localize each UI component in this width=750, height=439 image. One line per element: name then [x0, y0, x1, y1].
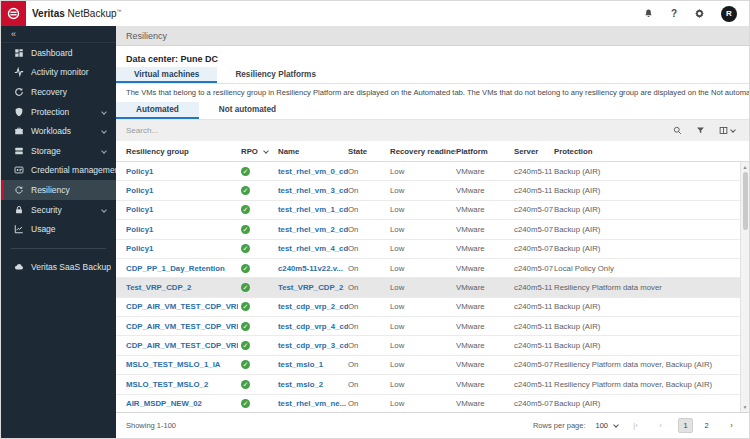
vm-name-link[interactable]: c240m5-11v22.v...: [278, 264, 348, 273]
platform-cell: VMware: [456, 399, 514, 408]
vm-name-link[interactable]: Test_VRP_CDP_2: [278, 283, 348, 292]
resiliency-group-link[interactable]: MSLO_TEST_MSLO_2: [116, 380, 238, 389]
vm-name-link[interactable]: test_rhel_vm_ne...: [278, 399, 348, 408]
table-row[interactable]: CDP_AIR_VM_TEST_CDP_VRP_2_CD ✓ test_cdp_…: [116, 298, 740, 317]
settings-gear-icon[interactable]: [693, 8, 705, 20]
table-row[interactable]: MSLO_TEST_MSLO_2 ✓ test_mslo_2 On Low VM…: [116, 375, 740, 394]
protection-cell: Resiliency Platform data mover, Backup (…: [554, 380, 740, 389]
rows-per-page-select[interactable]: 100: [595, 421, 618, 430]
server-cell: c240m5-07: [514, 205, 554, 214]
table-body: Policy1 ✓ test_rhel_vm_0_cd On Low VMwar…: [116, 162, 749, 412]
sidebar-item-resiliency[interactable]: Resiliency: [1, 180, 116, 200]
rpo-cell: ✓: [238, 186, 278, 195]
table-row[interactable]: Policy1 ✓ test_rhel_vm_3_cd On Low VMwar…: [116, 181, 740, 200]
resiliency-group-link[interactable]: AIR_MSDP_NEW_02: [116, 399, 238, 408]
table-row[interactable]: Test_VRP_CDP_2 ✓ Test_VRP_CDP_2 On Low V…: [116, 278, 740, 297]
vm-name-link[interactable]: test_mslo_2: [278, 380, 348, 389]
column-header-server: Server: [514, 147, 554, 156]
vm-name-link[interactable]: test_cdp_vrp_4_cd: [278, 322, 348, 331]
server-cell: c240m5-07: [514, 360, 554, 369]
vm-name-link[interactable]: test_rhel_vm_3_cd: [278, 186, 348, 195]
resiliency-group-link[interactable]: CDP_AIR_VM_TEST_CDP_VRP_4_CD: [116, 322, 238, 331]
resiliency-group-link[interactable]: Policy1: [116, 205, 238, 214]
table-row[interactable]: MSLO_TEST_MSLO_1_IA ✓ test_mslo_1 On Low…: [116, 356, 740, 375]
state-cell: On: [348, 264, 390, 273]
resiliency-icon: [13, 184, 24, 195]
vm-name-link[interactable]: test_rhel_vm_0_cd: [278, 167, 348, 176]
sidebar-item-veritas-saas-backup[interactable]: Veritas SaaS Backup: [1, 257, 116, 277]
table-row[interactable]: Policy1 ✓ test_rhel_vm_0_cd On Low VMwar…: [116, 162, 740, 181]
resiliency-group-link[interactable]: CDP_AIR_VM_TEST_CDP_VRP_3_CD: [116, 341, 238, 350]
table-row[interactable]: Policy1 ✓ test_rhel_vm_4_cd On Low VMwar…: [116, 240, 740, 259]
rpo-cell: ✓: [238, 380, 278, 389]
table-row[interactable]: CDP_AIR_VM_TEST_CDP_VRP_3_CD ✓ test_cdp_…: [116, 336, 740, 355]
table-row[interactable]: AIR_MSDP_NEW_02 ✓ test_rhel_vm_ne... On …: [116, 395, 740, 413]
chevron-down-icon: [101, 207, 107, 213]
vm-name-link[interactable]: test_rhel_vm_2_cd: [278, 225, 348, 234]
user-avatar[interactable]: R: [721, 6, 737, 22]
subtab-bar: AutomatedNot automated: [116, 101, 749, 120]
sidebar-item-activity-monitor[interactable]: Activity monitor: [1, 63, 116, 83]
rows-per-page-label: Rows per page:: [533, 421, 586, 430]
resiliency-group-link[interactable]: Policy1: [116, 244, 238, 253]
table-row[interactable]: Policy1 ✓ test_rhel_vm_2_cd On Low VMwar…: [116, 220, 740, 239]
search-icon[interactable]: [673, 126, 682, 135]
resiliency-group-link[interactable]: MSLO_TEST_MSLO_1_IA: [116, 360, 238, 369]
scroll-down-icon[interactable]: ▼: [743, 402, 748, 412]
column-header-recovery-readiness: Recovery readinessi: [390, 147, 456, 156]
previous-page-button[interactable]: ‹: [653, 418, 668, 433]
vm-name-link[interactable]: test_rhel_vm_4_cd: [278, 244, 348, 253]
vm-name-link[interactable]: test_cdp_vrp_2_cd: [278, 302, 348, 311]
resiliency-group-link[interactable]: Policy1: [116, 186, 238, 195]
scrollbar-thumb[interactable]: [743, 172, 748, 230]
protection-cell: Backup (AIR): [554, 244, 740, 253]
tab-resiliency-platforms[interactable]: Resiliency Platforms: [217, 67, 334, 83]
subtab-automated[interactable]: Automated: [116, 102, 199, 119]
notifications-bell-icon[interactable]: [643, 8, 655, 20]
subtab-not-automated[interactable]: Not automated: [199, 102, 296, 119]
description-text: The VMs that belong to a resiliency grou…: [116, 84, 749, 101]
column-settings-icon[interactable]: [719, 126, 735, 135]
sidebar-item-usage[interactable]: Usage: [1, 219, 116, 239]
resiliency-group-link[interactable]: Policy1: [116, 225, 238, 234]
sidebar-item-recovery[interactable]: Recovery: [1, 82, 116, 102]
sidebar-collapse-button[interactable]: «: [1, 26, 116, 43]
vm-name-link[interactable]: test_cdp_vrp_3_cd: [278, 341, 348, 350]
sidebar: « Dashboard Activity monitor Recovery Pr…: [1, 26, 116, 438]
tab-virtual-machines[interactable]: Virtual machines: [116, 67, 217, 83]
protection-cell: Backup (AIR): [554, 399, 740, 408]
page-button-1[interactable]: 1: [678, 418, 693, 433]
chevron-down-icon: [730, 127, 736, 133]
scroll-up-icon[interactable]: ▲: [743, 162, 748, 172]
veritas-logo: [1, 1, 26, 26]
next-page-button[interactable]: ›: [724, 418, 739, 433]
table-row[interactable]: CDP_PP_1_Day_Retention ✓ c240m5-11v22.v.…: [116, 259, 740, 278]
vertical-scrollbar[interactable]: ▲ ▼: [740, 162, 749, 412]
sidebar-item-security[interactable]: Security: [1, 200, 116, 220]
resiliency-group-link[interactable]: CDP_PP_1_Day_Retention: [116, 264, 238, 273]
column-header-rpo[interactable]: RPO: [238, 147, 278, 156]
vm-name-link[interactable]: test_mslo_1: [278, 360, 348, 369]
vm-name-link[interactable]: test_rhel_vm_1_cd: [278, 205, 348, 214]
help-icon[interactable]: ?: [671, 8, 677, 19]
resiliency-group-link[interactable]: Test_VRP_CDP_2: [116, 283, 238, 292]
state-cell: On: [348, 341, 390, 350]
sidebar-item-protection[interactable]: Protection: [1, 102, 116, 122]
filter-icon[interactable]: [696, 126, 705, 135]
protection-cell: Backup (AIR): [554, 322, 740, 331]
rpo-cell: ✓: [238, 244, 278, 253]
sidebar-item-dashboard[interactable]: Dashboard: [1, 43, 116, 63]
resiliency-group-link[interactable]: CDP_AIR_VM_TEST_CDP_VRP_2_CD: [116, 302, 238, 311]
sidebar-item-storage[interactable]: Storage: [1, 141, 116, 161]
resiliency-group-link[interactable]: Policy1: [116, 167, 238, 176]
sidebar-item-workloads[interactable]: Workloads: [1, 121, 116, 141]
page-button-2[interactable]: 2: [699, 418, 714, 433]
search-input[interactable]: [116, 126, 673, 135]
table-row[interactable]: Policy1 ✓ test_rhel_vm_1_cd On Low VMwar…: [116, 201, 740, 220]
server-cell: c240m5-11: [514, 302, 554, 311]
table-row[interactable]: CDP_AIR_VM_TEST_CDP_VRP_4_CD ✓ test_cdp_…: [116, 317, 740, 336]
sidebar-item-credential-management[interactable]: Credential management: [1, 161, 116, 181]
readiness-cell: Low: [390, 225, 456, 234]
chevron-down-icon: [101, 128, 107, 134]
first-page-button[interactable]: |‹: [628, 418, 643, 433]
